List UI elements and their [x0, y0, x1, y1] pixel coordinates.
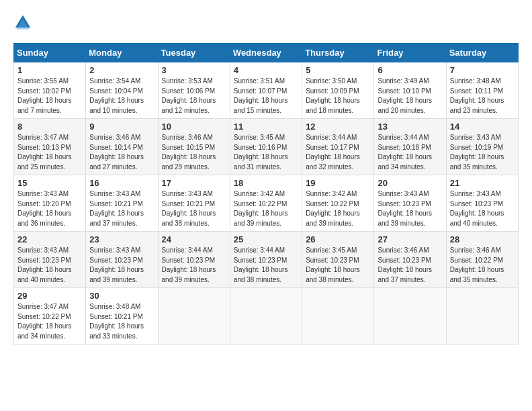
day-info: Sunrise: 3:43 AM Sunset: 10:21 PM Daylig… [89, 189, 154, 228]
day-info: Sunrise: 3:45 AM Sunset: 10:16 PM Daylig… [234, 133, 298, 172]
calendar-cell: 5Sunrise: 3:50 AM Sunset: 10:09 PM Dayli… [302, 62, 374, 119]
day-info: Sunrise: 3:46 AM Sunset: 10:14 PM Daylig… [89, 133, 154, 172]
day-number: 27 [378, 234, 442, 244]
calendar-cell: 26Sunrise: 3:45 AM Sunset: 10:23 PM Dayl… [302, 232, 374, 288]
calendar-table: SundayMondayTuesdayWednesdayThursdayFrid… [13, 43, 519, 345]
calendar-cell: 27Sunrise: 3:46 AM Sunset: 10:23 PM Dayl… [374, 232, 446, 288]
day-info: Sunrise: 3:46 AM Sunset: 10:23 PM Daylig… [378, 246, 442, 285]
day-number: 25 [234, 234, 298, 244]
calendar-cell: 17Sunrise: 3:43 AM Sunset: 10:21 PM Dayl… [158, 175, 230, 232]
calendar-cell: 18Sunrise: 3:42 AM Sunset: 10:22 PM Dayl… [230, 175, 302, 232]
day-info: Sunrise: 3:46 AM Sunset: 10:15 PM Daylig… [162, 133, 226, 172]
day-number: 12 [306, 122, 370, 132]
calendar-cell [302, 288, 374, 345]
calendar-cell: 9Sunrise: 3:46 AM Sunset: 10:14 PM Dayli… [86, 119, 158, 175]
day-number: 22 [17, 234, 82, 244]
calendar-cell: 22Sunrise: 3:43 AM Sunset: 10:23 PM Dayl… [14, 232, 86, 288]
day-number: 6 [378, 65, 442, 75]
week-row-2: 8Sunrise: 3:47 AM Sunset: 10:13 PM Dayli… [14, 119, 519, 175]
day-number: 10 [162, 122, 226, 132]
day-info: Sunrise: 3:43 AM Sunset: 10:23 PM Daylig… [17, 246, 82, 285]
calendar-cell: 1Sunrise: 3:55 AM Sunset: 10:02 PM Dayli… [14, 62, 86, 119]
day-number: 29 [17, 291, 82, 301]
calendar-cell: 11Sunrise: 3:45 AM Sunset: 10:16 PM Dayl… [230, 119, 302, 175]
day-info: Sunrise: 3:46 AM Sunset: 10:22 PM Daylig… [450, 246, 515, 285]
calendar-cell [230, 288, 302, 345]
calendar-cell: 24Sunrise: 3:44 AM Sunset: 10:23 PM Dayl… [158, 232, 230, 288]
day-info: Sunrise: 3:45 AM Sunset: 10:23 PM Daylig… [306, 246, 370, 285]
day-number: 17 [162, 178, 226, 188]
calendar-cell: 14Sunrise: 3:43 AM Sunset: 10:19 PM Dayl… [446, 119, 518, 175]
calendar-cell: 13Sunrise: 3:44 AM Sunset: 10:18 PM Dayl… [374, 119, 446, 175]
day-number: 28 [450, 234, 515, 244]
page-header [13, 13, 519, 32]
day-info: Sunrise: 3:43 AM Sunset: 10:19 PM Daylig… [450, 133, 515, 172]
weekday-header-friday: Friday [374, 44, 446, 62]
day-number: 3 [162, 65, 226, 75]
day-info: Sunrise: 3:50 AM Sunset: 10:09 PM Daylig… [306, 77, 370, 116]
logo-icon [13, 13, 32, 32]
week-row-5: 29Sunrise: 3:47 AM Sunset: 10:22 PM Dayl… [14, 288, 519, 345]
day-info: Sunrise: 3:48 AM Sunset: 10:11 PM Daylig… [450, 77, 515, 116]
day-info: Sunrise: 3:54 AM Sunset: 10:04 PM Daylig… [89, 77, 154, 116]
weekday-header-tuesday: Tuesday [158, 44, 230, 62]
day-number: 13 [378, 122, 442, 132]
weekday-header-wednesday: Wednesday [230, 44, 302, 62]
weekday-header-monday: Monday [86, 44, 158, 62]
day-number: 7 [450, 65, 515, 75]
logo [13, 13, 35, 32]
day-number: 4 [234, 65, 298, 75]
day-number: 8 [17, 122, 82, 132]
calendar-cell: 21Sunrise: 3:43 AM Sunset: 10:23 PM Dayl… [446, 175, 518, 232]
day-info: Sunrise: 3:44 AM Sunset: 10:17 PM Daylig… [306, 133, 370, 172]
day-number: 5 [306, 65, 370, 75]
calendar-cell: 2Sunrise: 3:54 AM Sunset: 10:04 PM Dayli… [86, 62, 158, 119]
calendar-cell: 28Sunrise: 3:46 AM Sunset: 10:22 PM Dayl… [446, 232, 518, 288]
day-info: Sunrise: 3:47 AM Sunset: 10:13 PM Daylig… [17, 133, 82, 172]
day-number: 21 [450, 178, 515, 188]
day-number: 23 [89, 234, 154, 244]
calendar-cell: 10Sunrise: 3:46 AM Sunset: 10:15 PM Dayl… [158, 119, 230, 175]
calendar-cell: 15Sunrise: 3:43 AM Sunset: 10:20 PM Dayl… [14, 175, 86, 232]
day-info: Sunrise: 3:47 AM Sunset: 10:22 PM Daylig… [17, 302, 82, 341]
weekday-header-sunday: Sunday [14, 44, 86, 62]
day-number: 14 [450, 122, 515, 132]
weekday-header-saturday: Saturday [446, 44, 518, 62]
day-info: Sunrise: 3:51 AM Sunset: 10:07 PM Daylig… [234, 77, 298, 116]
day-number: 30 [89, 291, 154, 301]
day-info: Sunrise: 3:49 AM Sunset: 10:10 PM Daylig… [378, 77, 442, 116]
day-number: 24 [162, 234, 226, 244]
day-number: 26 [306, 234, 370, 244]
calendar-cell [446, 288, 518, 345]
calendar-cell: 8Sunrise: 3:47 AM Sunset: 10:13 PM Dayli… [14, 119, 86, 175]
day-info: Sunrise: 3:43 AM Sunset: 10:21 PM Daylig… [162, 189, 226, 228]
day-info: Sunrise: 3:44 AM Sunset: 10:23 PM Daylig… [234, 246, 298, 285]
calendar-cell: 30Sunrise: 3:48 AM Sunset: 10:21 PM Dayl… [86, 288, 158, 345]
week-row-1: 1Sunrise: 3:55 AM Sunset: 10:02 PM Dayli… [14, 62, 519, 119]
calendar-cell: 25Sunrise: 3:44 AM Sunset: 10:23 PM Dayl… [230, 232, 302, 288]
day-info: Sunrise: 3:55 AM Sunset: 10:02 PM Daylig… [17, 77, 82, 116]
weekday-header-row: SundayMondayTuesdayWednesdayThursdayFrid… [14, 44, 519, 62]
calendar-cell [374, 288, 446, 345]
calendar-cell: 23Sunrise: 3:43 AM Sunset: 10:23 PM Dayl… [86, 232, 158, 288]
day-info: Sunrise: 3:42 AM Sunset: 10:22 PM Daylig… [306, 189, 370, 228]
calendar-cell: 12Sunrise: 3:44 AM Sunset: 10:17 PM Dayl… [302, 119, 374, 175]
calendar-cell: 4Sunrise: 3:51 AM Sunset: 10:07 PM Dayli… [230, 62, 302, 119]
day-info: Sunrise: 3:48 AM Sunset: 10:21 PM Daylig… [89, 302, 154, 341]
day-info: Sunrise: 3:53 AM Sunset: 10:06 PM Daylig… [162, 77, 226, 116]
day-number: 15 [17, 178, 82, 188]
week-row-4: 22Sunrise: 3:43 AM Sunset: 10:23 PM Dayl… [14, 232, 519, 288]
calendar-cell: 16Sunrise: 3:43 AM Sunset: 10:21 PM Dayl… [86, 175, 158, 232]
calendar-cell: 29Sunrise: 3:47 AM Sunset: 10:22 PM Dayl… [14, 288, 86, 345]
day-info: Sunrise: 3:42 AM Sunset: 10:22 PM Daylig… [234, 189, 298, 228]
day-info: Sunrise: 3:43 AM Sunset: 10:23 PM Daylig… [450, 189, 515, 228]
calendar-cell [158, 288, 230, 345]
day-info: Sunrise: 3:43 AM Sunset: 10:23 PM Daylig… [89, 246, 154, 285]
day-info: Sunrise: 3:44 AM Sunset: 10:18 PM Daylig… [378, 133, 442, 172]
calendar-cell: 3Sunrise: 3:53 AM Sunset: 10:06 PM Dayli… [158, 62, 230, 119]
weekday-header-thursday: Thursday [302, 44, 374, 62]
day-number: 19 [306, 178, 370, 188]
day-info: Sunrise: 3:44 AM Sunset: 10:23 PM Daylig… [162, 246, 226, 285]
day-info: Sunrise: 3:43 AM Sunset: 10:20 PM Daylig… [17, 189, 82, 228]
day-number: 2 [89, 65, 154, 75]
